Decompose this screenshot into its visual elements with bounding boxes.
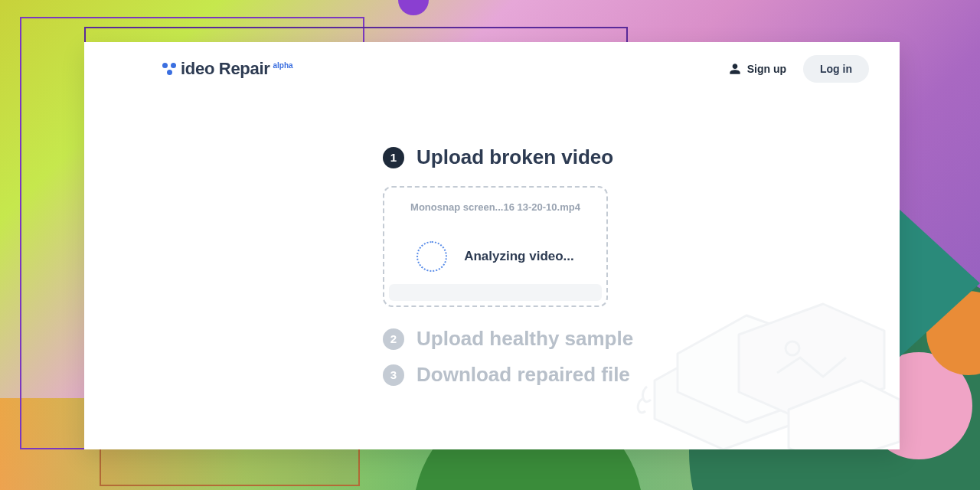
step-3-number: 3 (383, 364, 404, 386)
signup-label: Sign up (747, 63, 786, 75)
upload-status: Analyzing video... (464, 249, 574, 264)
signup-link[interactable]: Sign up (729, 63, 786, 75)
step-1-title: Upload broken video (416, 145, 613, 169)
brand-badge: alpha (273, 61, 293, 70)
step-2-number: 2 (383, 328, 404, 350)
header: ideo Repair alpha Sign up Log in (84, 42, 900, 96)
app-card: ideo Repair alpha Sign up Log in 1 Uploa… (84, 42, 900, 449)
spinner-icon (416, 241, 447, 272)
logo-mark-icon (161, 60, 179, 78)
step-3-title: Download repaired file (416, 363, 630, 387)
step-3: 3 Download repaired file (383, 363, 727, 387)
progress-bar (389, 284, 602, 301)
steps-panel: 1 Upload broken video Monosnap screen...… (383, 145, 727, 387)
svg-point-0 (786, 341, 799, 355)
bg-triangle (888, 199, 980, 368)
uploaded-filename: Monosnap screen...16 13-20-10.mp4 (384, 188, 606, 213)
bg-circle-purple (398, 0, 429, 15)
step-1: 1 Upload broken video (383, 145, 727, 169)
step-2: 2 Upload healthy sample (383, 327, 727, 351)
header-nav: Sign up Log in (729, 55, 869, 83)
brand-logo[interactable]: ideo Repair alpha (161, 59, 293, 79)
step-1-number: 1 (383, 147, 404, 168)
upload-dropzone[interactable]: Monosnap screen...16 13-20-10.mp4 Analyz… (383, 186, 608, 307)
login-button[interactable]: Log in (803, 55, 869, 83)
step-2-title: Upload healthy sample (416, 327, 633, 351)
brand-name: ideo Repair (181, 59, 270, 79)
user-icon (729, 63, 741, 75)
